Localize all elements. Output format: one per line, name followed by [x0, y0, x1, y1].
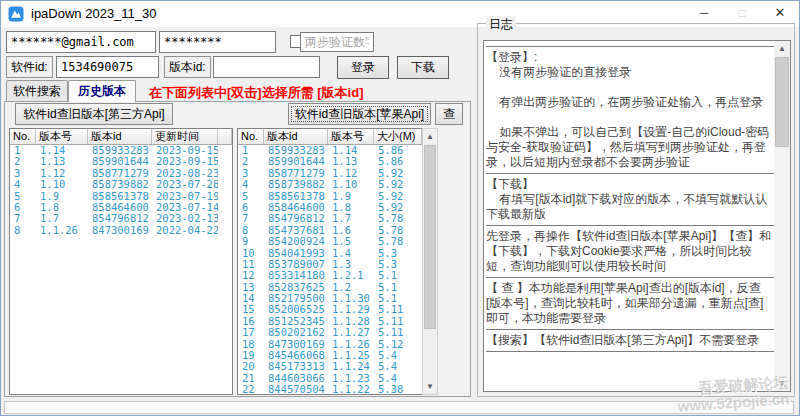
column-header[interactable]: 更新时间	[152, 129, 218, 144]
table-row[interactable]: 188473001691.1.265.12	[238, 339, 422, 350]
cell: 22	[238, 384, 264, 395]
log-scrollbar[interactable]: ▲ ▼	[774, 41, 790, 391]
download-button[interactable]: 下载	[397, 56, 449, 79]
table-row[interactable]: 158520065251.1.295.11	[238, 304, 422, 315]
scroll-thumb[interactable]	[424, 145, 436, 329]
cell: 3	[10, 168, 36, 179]
cell: 847300169	[264, 339, 328, 350]
cell: 1.1.22	[328, 384, 374, 395]
cell: 854796812	[88, 213, 152, 224]
cell: 1.13	[36, 156, 88, 167]
cell: 1.12	[36, 168, 88, 179]
log-scroll-down-icon[interactable]: ▼	[774, 376, 790, 391]
column-header[interactable]: 版本号	[328, 129, 374, 144]
table-row[interactable]: 58585613781.95.92	[238, 191, 422, 202]
table-row[interactable]: 88547376811.65.78	[238, 225, 422, 236]
app-window: ipaDown 2023_11_30 ─ □ ✕ 软件id: 版本id: 登录 …	[0, 0, 800, 416]
table-row[interactable]: 218446030661.1.235.4	[238, 373, 422, 384]
cell: 1.10	[328, 179, 374, 190]
table-row[interactable]: 41.108587398822023-07-28	[10, 179, 232, 190]
cell: 854200924	[264, 236, 328, 247]
password-field[interactable]	[159, 31, 276, 53]
cell: 5.11	[374, 304, 422, 315]
table-row[interactable]: 108540419931.45.3	[238, 248, 422, 259]
app-icon	[8, 6, 24, 22]
window-title: ipaDown 2023_11_30	[31, 6, 157, 21]
cell: 2023-09-15	[152, 156, 218, 167]
cell: 858739882	[264, 179, 328, 190]
cell: 14	[238, 293, 264, 304]
scroll-down-icon[interactable]: ▼	[423, 379, 437, 394]
cell: 5.86	[374, 156, 422, 167]
cell: 859901644	[88, 156, 152, 167]
column-header[interactable]	[218, 129, 232, 144]
cell: 5.11	[374, 327, 422, 338]
cell: 20	[238, 361, 264, 372]
email-field[interactable]	[6, 31, 156, 53]
table-row[interactable]: 68584646001.85.92	[238, 202, 422, 213]
cell: 2022-04-22	[152, 225, 218, 236]
cell: 1.7	[36, 213, 88, 224]
table-row[interactable]: 208451733131.1.245.4	[238, 361, 422, 372]
version-id-input[interactable]	[213, 56, 320, 78]
table-row[interactable]: 168512523451.1.285.11	[238, 316, 422, 327]
cell	[218, 179, 232, 190]
cell: 1.1.27	[328, 327, 374, 338]
cell: 1.1.23	[328, 373, 374, 384]
cell: 845466068	[264, 350, 328, 361]
table-row[interactable]: 78547968121.75.78	[238, 213, 422, 224]
table-row[interactable]: 18599332831.145.86	[238, 145, 422, 156]
twofa-code-field[interactable]	[300, 32, 374, 52]
log-textarea[interactable]: 【登录】: 没有两步验证的直接登录 有弹出两步验证的，在两步验证处输入，再点登录…	[483, 40, 791, 392]
table-row[interactable]: 98542009241.55.78	[238, 236, 422, 247]
tab-history-versions[interactable]: 历史版本	[68, 80, 136, 102]
column-header[interactable]: 版本号	[36, 129, 88, 144]
table-row[interactable]: 118537890071.35.3	[238, 259, 422, 270]
table-row[interactable]: 21.138599016442023-09-15	[10, 156, 232, 167]
third-party-api-button[interactable]: 软件id查旧版本[第三方Api]	[15, 103, 173, 125]
tab-software-search[interactable]: 软件搜索	[6, 80, 68, 101]
table-row[interactable]: 128533141801.2.15.1	[238, 270, 422, 281]
right-table-header: No.版本id版本号大小(M)	[238, 129, 422, 145]
cell: 1.2	[328, 282, 374, 293]
cell: 5.4	[374, 373, 422, 384]
table-row[interactable]: 31.128587712792023-08-23	[10, 168, 232, 179]
table-row[interactable]: 198454660681.1.255.4	[238, 350, 422, 361]
table-row[interactable]: 228445705041.1.225.38	[238, 384, 422, 395]
cell: 1.8	[36, 202, 88, 213]
table-row[interactable]: 148521795001.1.305.1	[238, 293, 422, 304]
log-scroll-thumb[interactable]	[775, 57, 789, 147]
cell: 858561378	[264, 191, 328, 202]
table-row[interactable]: 28599016441.135.86	[238, 156, 422, 167]
column-header[interactable]: No.	[238, 129, 264, 144]
column-header[interactable]: 版本id	[88, 129, 152, 144]
apple-api-button[interactable]: 软件id查旧版本[苹果Api]	[288, 103, 431, 125]
left-version-table: No.版本号版本id更新时间 11.148599332832023-09-152…	[9, 128, 233, 395]
cell: 6	[10, 202, 36, 213]
table-row[interactable]: 61.88584646002023-07-14	[10, 202, 232, 213]
cell: 852006525	[264, 304, 328, 315]
cell: 5.78	[374, 213, 422, 224]
log-groupbox: 日志 【登录】: 没有两步验证的直接登录 有弹出两步验证的，在两步验证处输入，再…	[477, 23, 795, 397]
scroll-up-icon[interactable]: ▲	[423, 129, 437, 144]
table-row[interactable]: 71.78547968122023-02-13	[10, 213, 232, 224]
login-button[interactable]: 登录	[337, 56, 389, 79]
table-row[interactable]: 11.148599332832023-09-15	[10, 145, 232, 156]
cell	[218, 168, 232, 179]
table-row[interactable]: 48587398821.105.92	[238, 179, 422, 190]
cell: 1.1.30	[328, 293, 374, 304]
column-header[interactable]: 大小(M)	[374, 129, 422, 144]
column-header[interactable]: No.	[10, 129, 36, 144]
app-id-input[interactable]	[56, 56, 159, 78]
right-table-scrollbar[interactable]: ▲ ▼	[422, 128, 438, 395]
table-row[interactable]: 81.1.268473001692022-04-22	[10, 225, 232, 236]
column-header[interactable]: 版本id	[264, 129, 328, 144]
log-scroll-up-icon[interactable]: ▲	[774, 41, 790, 56]
check-button[interactable]: 查	[435, 103, 463, 125]
table-row[interactable]: 51.98585613782023-07-19	[10, 191, 232, 202]
cell: 1.2.1	[328, 270, 374, 281]
cell: 4	[238, 179, 264, 190]
table-row[interactable]: 38587712791.125.92	[238, 168, 422, 179]
table-row[interactable]: 178502021621.1.275.11	[238, 327, 422, 338]
table-row[interactable]: 138528376251.25.1	[238, 282, 422, 293]
